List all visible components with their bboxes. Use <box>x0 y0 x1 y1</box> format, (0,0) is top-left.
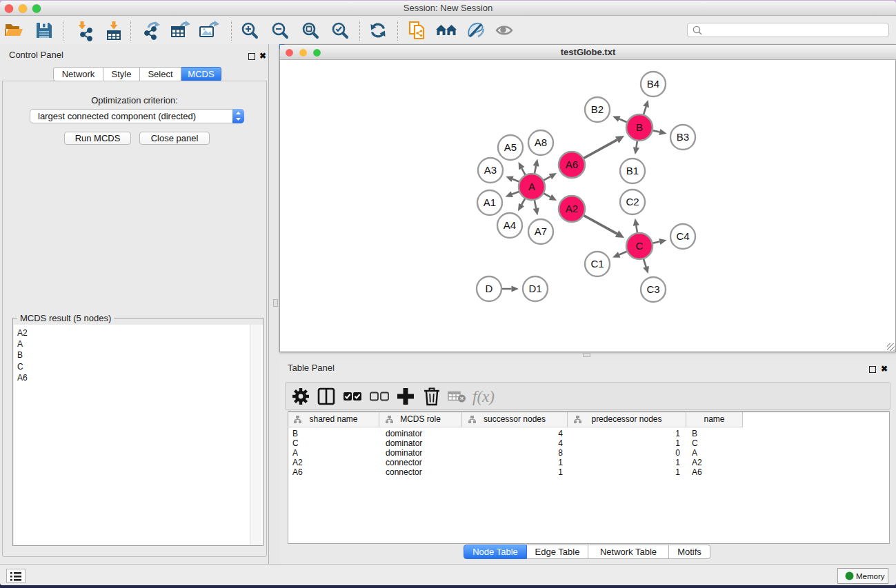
svg-text:B2: B2 <box>591 103 604 115</box>
svg-text:A1: A1 <box>484 196 496 208</box>
svg-text:A2: A2 <box>566 203 578 214</box>
svg-text:A4: A4 <box>504 219 516 231</box>
svg-text:C4: C4 <box>676 230 689 242</box>
svg-text:A: A <box>528 181 535 192</box>
svg-text:B4: B4 <box>647 78 659 90</box>
svg-text:B3: B3 <box>677 131 689 143</box>
svg-text:A8: A8 <box>535 136 547 148</box>
svg-text:B1: B1 <box>626 165 639 176</box>
svg-text:A6: A6 <box>566 159 578 170</box>
svg-text:A5: A5 <box>504 141 517 153</box>
svg-text:D: D <box>486 283 493 294</box>
svg-text:C: C <box>636 240 644 252</box>
svg-text:C1: C1 <box>590 258 604 270</box>
svg-text:A7: A7 <box>535 225 547 237</box>
svg-text:C3: C3 <box>646 283 659 295</box>
svg-text:B: B <box>636 121 643 133</box>
svg-text:A3: A3 <box>484 164 497 176</box>
svg-text:f(x): f(x) <box>472 388 495 405</box>
svg-text:C2: C2 <box>626 196 639 207</box>
svg-text:D1: D1 <box>528 283 541 294</box>
